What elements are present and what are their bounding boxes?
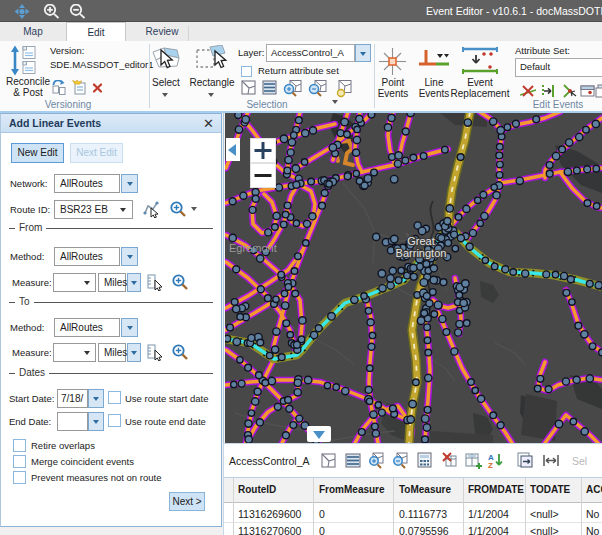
svg-text:Z: Z bbox=[488, 461, 493, 470]
svg-text:Barrington: Barrington bbox=[396, 247, 447, 259]
svg-text:Egremont: Egremont bbox=[229, 242, 277, 254]
svg-text:Great: Great bbox=[407, 235, 435, 247]
